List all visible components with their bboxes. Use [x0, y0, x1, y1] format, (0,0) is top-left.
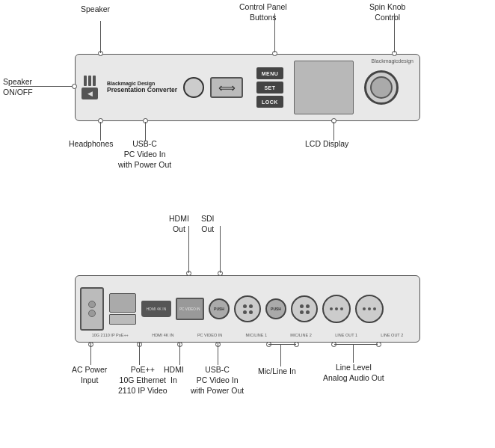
line-out-1-visual — [322, 295, 351, 323]
power-screw-1 — [88, 301, 96, 308]
mic-hline — [268, 344, 296, 345]
eth-port — [109, 293, 136, 313]
xlr-pin — [243, 310, 247, 314]
amp-pin — [340, 307, 343, 310]
line-out-hline — [334, 344, 378, 345]
rear-label-eth: 10G 2110 IP PoE++ — [92, 333, 129, 337]
spin-label: Spin KnobControl — [369, 1, 405, 22]
lcd-display-visual — [294, 61, 354, 114]
mic-line2-push-visual: PUSH — [265, 298, 286, 319]
speaker-button-visual: ◀ — [82, 88, 98, 99]
menu-button[interactable]: MENU — [256, 67, 283, 79]
hdmi-label: HDMI 4K IN — [147, 307, 167, 311]
xlr-pins-2 — [297, 301, 313, 317]
usb-rear-vline — [218, 343, 218, 365]
xlr-pin — [249, 304, 253, 308]
amp-pin — [363, 307, 366, 310]
amp-pin — [368, 307, 371, 310]
amp-pin — [330, 307, 333, 310]
diagram-container: ◀ Blackmagic Design Presentation Convert… — [0, 0, 495, 448]
hdmi-out-label: HDMIOut — [169, 213, 189, 234]
speaker-vline — [100, 21, 101, 53]
power-screw-2 — [88, 310, 96, 317]
speaker-onoff-label: SpeakerON/OFF — [3, 76, 33, 97]
power-block-visual — [80, 287, 104, 331]
brand-name: Blackmagic Design — [107, 81, 177, 86]
usb-rear-label: USB-CPC Video Inwith Power Out — [191, 364, 244, 396]
rear-label-line1: LINE OUT 1 — [335, 333, 357, 337]
control-buttons: MENU SET LOCK — [256, 67, 283, 108]
set-button[interactable]: SET — [256, 82, 283, 93]
speaker-onoff-dot — [72, 84, 77, 89]
ethernet-port-visual — [108, 290, 137, 328]
hdmi-port: HDMI 4K IN — [141, 301, 171, 317]
mic-vline — [280, 344, 281, 366]
usb-port-visual: ⟺ — [210, 77, 243, 98]
poe-vline — [139, 343, 140, 365]
sdi-out-label: SDIOut — [201, 213, 215, 234]
push-button-1[interactable]: PUSH — [209, 298, 230, 319]
usb-label: USB-CPC Video Inwith Power Out — [118, 138, 171, 171]
ac-power-vline — [90, 343, 91, 365]
amp-pin — [373, 307, 376, 310]
line-out-vline — [353, 344, 354, 363]
led-bar — [84, 76, 96, 86]
spin-knob-visual[interactable] — [364, 70, 399, 105]
line-level-label: Line LevelAnalog Audio Out — [323, 362, 384, 383]
hdmi-in-vline — [179, 343, 180, 365]
xlr-port-2-visual — [291, 295, 318, 322]
bm-logo: Blackmagicdesign — [372, 58, 413, 64]
xlr-pin — [306, 310, 310, 314]
headphones-label: Headphones — [69, 138, 114, 149]
amphenol-1 — [322, 295, 351, 323]
left-indicators: ◀ — [82, 76, 98, 99]
xlr-pin — [249, 310, 253, 314]
xlr-pins-1 — [240, 301, 256, 317]
speaker-label: Speaker — [81, 4, 110, 14]
rear-label-line2: LINE OUT 2 — [381, 333, 403, 337]
hdmi-in-label: HDMIIn — [164, 364, 184, 385]
rear-label-hdmi: HDMI 4K IN — [152, 333, 173, 337]
rear-panel: HDMI 4K IN PC VIDEO IN PUSH PUSH — [75, 275, 420, 343]
ac-power-label: AC PowerInput — [72, 364, 107, 385]
usb-icon: ⟺ — [218, 81, 236, 95]
lock-button[interactable]: LOCK — [256, 96, 283, 108]
line-out-2-visual — [355, 295, 384, 323]
cpb-label: Control PanelButtons — [239, 1, 287, 22]
amphenol-2 — [355, 295, 384, 323]
brand-section: Blackmagic Design Presentation Converter — [107, 81, 177, 93]
xlr-pin — [300, 304, 304, 308]
mic-line1-push-visual: PUSH — [209, 298, 230, 319]
rear-label-mic2: MIC/LINE 2 — [290, 333, 311, 337]
xlr-pin — [306, 304, 310, 308]
mic-label: Mic/Line In — [258, 366, 296, 376]
pc-video-label: PC VIDEO IN — [179, 307, 200, 311]
poe-label: PoE++10G Ethernet2110 IP Video — [118, 364, 167, 396]
pc-video-port-visual: PC VIDEO IN — [176, 298, 204, 320]
speaker-icon: ◀ — [87, 90, 93, 97]
amp-pin — [335, 307, 338, 310]
hdmi-port-visual: HDMI 4K IN — [141, 301, 171, 317]
xlr-pin — [300, 310, 304, 314]
product-name: Presentation Converter — [107, 86, 177, 93]
xlr-pin — [243, 304, 247, 308]
knob-inner — [370, 76, 393, 99]
xlr-port-1-visual — [234, 295, 261, 322]
lcd-label: LCD Display — [305, 138, 348, 149]
eth-port2 — [109, 314, 136, 325]
headphone-jack-visual — [183, 77, 204, 98]
amphenol-pins-2 — [360, 304, 379, 313]
push-button-2[interactable]: PUSH — [265, 298, 286, 319]
rear-label-mic1: MIC/LINE 1 — [246, 333, 267, 337]
amphenol-pins-1 — [327, 304, 346, 313]
rear-port-labels: 10G 2110 IP PoE++ HDMI 4K IN PC VIDEO IN… — [80, 333, 415, 337]
front-panel: ◀ Blackmagic Design Presentation Convert… — [75, 54, 420, 121]
rear-label-pcvideo: PC VIDEO IN — [197, 333, 222, 337]
sdi-out-vline — [220, 226, 221, 273]
